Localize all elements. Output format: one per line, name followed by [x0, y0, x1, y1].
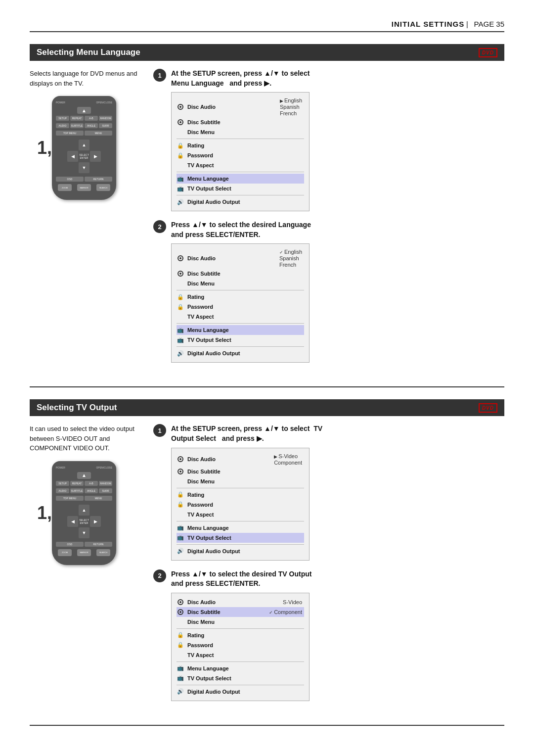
arrow-symbol-4: ▲/▼ — [192, 570, 208, 578]
s2menu1-row-password: 🔒 Password — [177, 500, 304, 510]
section2-step2-header: 2 Press ▲/▼ to select the desired TV Out… — [153, 569, 504, 589]
section1-header: Selecting Menu Language DVD — [30, 44, 504, 61]
zoom-btn: ZOOM — [58, 184, 72, 191]
remote1-container: 1, 2 POWER OPEN/CLOSE ▲ SETUP REPEAT A-B — [30, 96, 138, 200]
s2-disc-subtitle-label: Disc Subtitle — [187, 469, 304, 474]
section1-step1-text: At the SETUP screen, press ▲/▼ to select… — [171, 69, 310, 88]
remote1: POWER OPEN/CLOSE ▲ SETUP REPEAT A-B RAND… — [52, 96, 116, 200]
menu2-div2 — [177, 323, 304, 324]
s2m2-tv-aspect-icon — [177, 651, 184, 659]
section2-menu1: Disc Audio S-Video Component Disc Subtit… — [171, 448, 310, 561]
top-menu-btn: TOP MENU — [56, 131, 84, 136]
disc-audio-option-english: English — [280, 97, 302, 103]
section1-menu1: Disc Audio English Spanish French Disc S… — [171, 92, 310, 211]
menu1-div1 — [177, 139, 304, 139]
s2m2-digital-audio-label: Digital Audio Output — [187, 689, 304, 695]
disc-audio-options: English Spanish French — [280, 97, 304, 116]
ab-btn: A-B — [85, 116, 98, 121]
menu2-row-disc-subtitle: Disc Subtitle — [177, 269, 304, 279]
section1-step2-num: 2 — [153, 220, 166, 233]
search-btn-2: SEARCH — [96, 549, 110, 556]
remote2-row3: TOP MENU MENU — [56, 496, 112, 501]
s2menu2-div1 — [177, 628, 304, 629]
tv-output-icon-2: 📺 — [177, 336, 184, 344]
s2menu1-row-disc-audio: Disc Audio S-Video Component — [177, 452, 304, 467]
subtitle-btn: SUBTITLE — [70, 123, 84, 128]
digital-audio-icon: 🔊 — [177, 198, 184, 206]
s2menu2-row-digital-audio: 🔊 Digital Audio Output — [177, 687, 304, 697]
s2m2-component-check: Component — [269, 609, 302, 615]
tv-aspect-label: TV Aspect — [187, 162, 304, 168]
disc-audio-label: Disc Audio — [187, 104, 277, 110]
s2menu2-row-menu-lang: 📺 Menu Language — [177, 663, 304, 673]
tv-output-icon: 📺 — [177, 185, 184, 192]
s2menu1-row-digital-audio: 🔊 Digital Audio Output — [177, 546, 304, 556]
section-separator — [30, 386, 504, 387]
digital-audio-label-2: Digital Audio Output — [187, 350, 304, 356]
s2-disc-menu-label: Disc Menu — [187, 478, 304, 484]
remote1-power-open: POWER OPEN/CLOSE — [56, 101, 112, 104]
disc-subtitle-icon — [177, 118, 184, 126]
menu-lang-label: Menu Language — [187, 176, 304, 182]
nav-corner-tl-2 — [67, 505, 78, 516]
surr-btn-2: SURR — [99, 488, 112, 493]
remote1-nav: ▲ ◀ SELECTENTER ▶ ▼ — [67, 140, 101, 173]
section2-description: It can used to select the video output b… — [30, 424, 138, 453]
disc-audio-opt-french-2: French — [279, 262, 296, 268]
menu-lang-icon-2: 📺 — [177, 326, 184, 334]
zoom-btn-2: ZOOM — [58, 549, 72, 556]
section2-content: It can used to select the video output b… — [30, 424, 504, 709]
s2-rating-label: Rating — [187, 492, 304, 498]
s2-disc-audio-opt-svideo: S-Video — [274, 453, 298, 459]
remote1-row2: AUDIO SUBTITLE ANGLE SURR — [56, 123, 112, 128]
s2-disc-audio-opt-component: Component — [274, 460, 302, 466]
section2-menu2: Disc Audio S-Video Disc Subtitle Compone… — [171, 593, 310, 701]
s2-password-label: Password — [187, 502, 304, 508]
disc-audio-option-spanish: Spanish — [280, 104, 300, 110]
disc-subtitle-label: Disc Subtitle — [187, 119, 304, 125]
disc-audio-options-2: English Spanish French — [279, 249, 304, 268]
section1-content: Selects language for DVD menus and displ… — [30, 69, 504, 372]
tv-output-label-2: TV Output Select — [187, 337, 304, 343]
s2m2-disc-menu-label: Disc Menu — [187, 619, 304, 625]
disc-subtitle-label-2: Disc Subtitle — [187, 271, 304, 277]
random-btn-2: RANDOM — [99, 481, 112, 486]
menu-lang-icon: 📺 — [177, 175, 184, 183]
nav-center-btn: SELECTENTER — [79, 151, 89, 162]
disc-menu-label: Disc Menu — [187, 129, 304, 135]
s2-password-icon: 🔒 — [177, 501, 184, 509]
s2menu2-row-disc-audio: Disc Audio S-Video — [177, 597, 304, 607]
marker-btn-2: MARKER — [77, 549, 91, 556]
section2-step1-text: At the SETUP screen, press ▲/▼ to select… — [171, 424, 322, 443]
marker-btn: MARKER — [77, 184, 91, 191]
s2menu2-row-disc-menu: Disc Menu — [177, 617, 304, 627]
menu1-row-tv-output: 📺 TV Output Select — [177, 184, 304, 193]
menu2-row-disc-audio: Disc Audio English Spanish French — [177, 248, 304, 269]
nav-right-btn-2: ▶ — [90, 516, 101, 527]
s2menu1-row-disc-subtitle: Disc Subtitle — [177, 467, 304, 476]
open-close-label-2: OPEN/CLOSE — [96, 466, 112, 469]
return-btn: RETURN — [85, 177, 112, 182]
nav-up-btn-2: ▲ — [79, 505, 89, 516]
s2menu1-row-tv-aspect: TV Aspect — [177, 510, 304, 520]
osd-btn-2: OSD — [56, 542, 84, 547]
s2-disc-subtitle-icon — [177, 468, 184, 475]
s2-tv-output-label: TV Output Select — [187, 535, 304, 541]
disc-audio-opt-spanish-2: Spanish — [279, 255, 299, 261]
s2-tv-aspect-icon — [177, 511, 184, 519]
arrow-symbol-1: ▲/▼ — [264, 69, 280, 77]
header-title: INITIAL SETTINGS — [392, 20, 464, 28]
return-btn-2: RETURN — [85, 542, 112, 547]
section2-step1-header: 1 At the SETUP screen, press ▲/▼ to sele… — [153, 424, 504, 443]
remote2: POWER OPEN/CLOSE ▲ SETUP REPEAT A-B RAND… — [52, 461, 116, 565]
password-icon-2: 🔒 — [177, 303, 184, 311]
s2menu2-row-rating: 🔒 Rating — [177, 630, 304, 640]
rating-label-2: Rating — [187, 294, 304, 300]
remote2-row1: SETUP REPEAT A-B RANDOM — [56, 481, 112, 486]
s2m2-disc-menu-icon — [177, 618, 184, 626]
remote2-row4: OSD RETURN — [56, 542, 112, 547]
s2-digital-audio-icon: 🔊 — [177, 547, 184, 555]
s2-disc-audio-icon — [177, 455, 184, 463]
menu2-row-menu-language: 📺 Menu Language — [177, 325, 304, 335]
remote2-row2: AUDIO SUBTITLE ANGLE SURR — [56, 488, 112, 493]
